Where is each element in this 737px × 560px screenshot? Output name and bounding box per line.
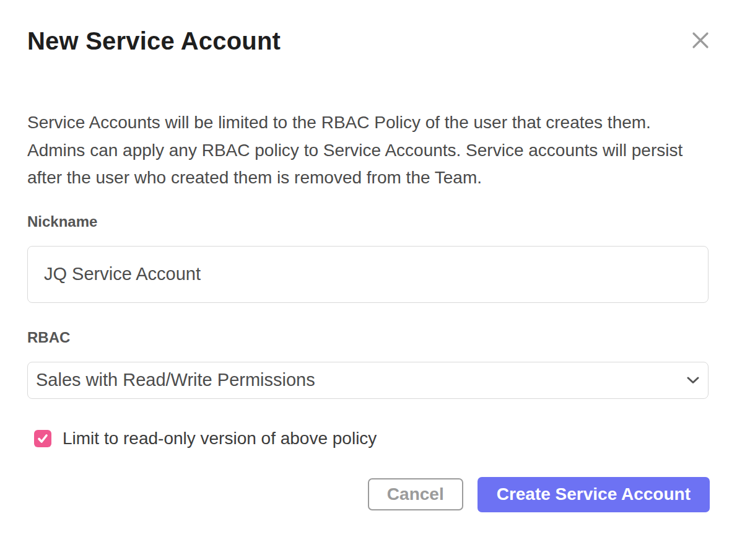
chevron-down-icon (687, 377, 699, 384)
cancel-button[interactable]: Cancel (368, 478, 463, 510)
rbac-label: RBAC (27, 329, 710, 346)
nickname-label: Nickname (27, 213, 710, 230)
readonly-checkbox-row: Limit to read-only version of above poli… (34, 429, 710, 448)
new-service-account-modal: New Service Account Service Accounts wil… (0, 0, 737, 560)
close-button[interactable] (690, 30, 711, 51)
modal-actions: Cancel Create Service Account (27, 477, 710, 512)
modal-title: New Service Account (27, 0, 710, 56)
nickname-input[interactable] (27, 246, 709, 303)
readonly-checkbox[interactable] (34, 430, 51, 447)
modal-description: Service Accounts will be limited to the … (27, 109, 699, 192)
readonly-checkbox-label[interactable]: Limit to read-only version of above poli… (63, 429, 377, 448)
rbac-select[interactable]: Sales with Read/Write Permissions (27, 362, 709, 399)
rbac-selected-value: Sales with Read/Write Permissions (36, 370, 315, 390)
checkmark-icon (37, 432, 49, 445)
close-icon (692, 32, 709, 49)
create-service-account-button[interactable]: Create Service Account (478, 477, 710, 512)
